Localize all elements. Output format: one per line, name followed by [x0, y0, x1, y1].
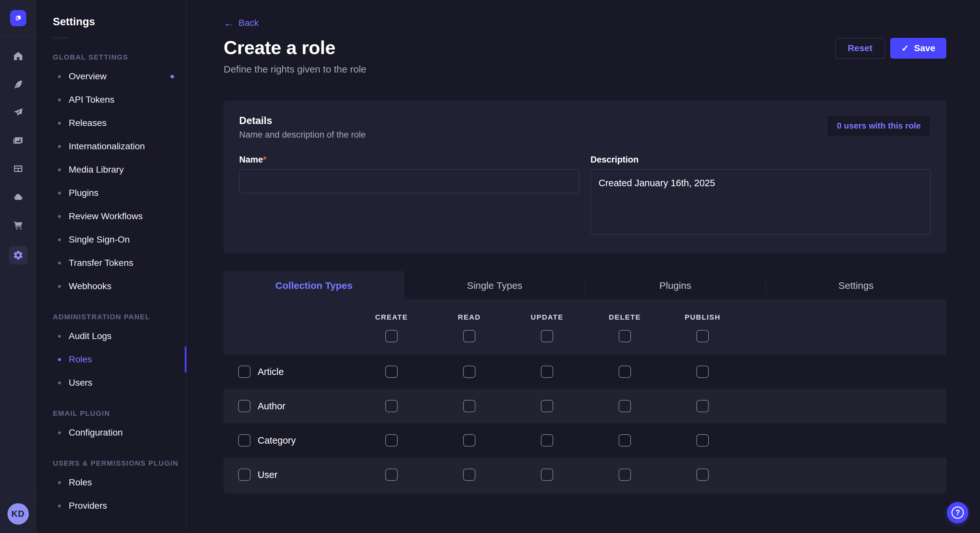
- help-button[interactable]: ?: [947, 502, 968, 523]
- select-all-read-checkbox[interactable]: [463, 330, 476, 342]
- section-label-email-plugin: EMAIL PLUGIN: [53, 409, 186, 418]
- save-button[interactable]: ✓ Save: [890, 38, 946, 59]
- settings-sidebar: Settings GLOBAL SETTINGS Overview API To…: [37, 0, 187, 533]
- bullet-icon: [58, 75, 61, 78]
- question-mark-icon: ?: [951, 506, 964, 519]
- permissions-panel: CREATE READ UPDATE DELETE PUBLISH Art: [224, 300, 946, 494]
- description-label: Description: [590, 155, 639, 165]
- details-subtitle: Name and description of the role: [239, 130, 366, 140]
- name-input[interactable]: [239, 169, 579, 194]
- bullet-icon: [58, 215, 61, 218]
- bullet-icon: [58, 431, 61, 434]
- check-icon: ✓: [901, 43, 909, 54]
- description-textarea[interactable]: Created January 16th, 2025: [590, 169, 931, 235]
- select-all-delete-checkbox[interactable]: [619, 330, 631, 342]
- user-update-checkbox[interactable]: [541, 468, 553, 481]
- column-header-update: UPDATE: [508, 313, 586, 322]
- details-card: Details Name and description of the role…: [224, 101, 946, 253]
- back-link[interactable]: ← Back: [224, 18, 259, 28]
- sidebar-item-configuration[interactable]: Configuration: [37, 421, 186, 444]
- row-select-checkbox[interactable]: [238, 400, 250, 412]
- bullet-icon: [58, 168, 61, 171]
- sidebar-item-roles-up[interactable]: Roles: [37, 471, 186, 494]
- content-type-builder-icon[interactable]: [11, 161, 25, 176]
- row-select-checkbox[interactable]: [238, 434, 250, 447]
- section-label-administration-panel: ADMINISTRATION PANEL: [53, 313, 186, 321]
- rail-icon-list: [9, 36, 27, 496]
- settings-gear-icon[interactable]: [9, 246, 27, 265]
- sidebar-item-review-workflows[interactable]: Review Workflows: [37, 205, 186, 228]
- bullet-icon: [58, 262, 61, 265]
- sidebar-item-webhooks[interactable]: Webhooks: [37, 274, 186, 298]
- strapi-logo-icon[interactable]: [10, 10, 26, 26]
- select-all-publish-checkbox[interactable]: [697, 330, 709, 342]
- permissions-tabbar: Collection Types Single Types Plugins Se…: [224, 271, 946, 300]
- sidebar-item-users[interactable]: Users: [37, 371, 186, 394]
- article-publish-checkbox[interactable]: [697, 366, 709, 378]
- user-read-checkbox[interactable]: [463, 468, 476, 481]
- tab-settings[interactable]: Settings: [766, 271, 947, 300]
- bullet-icon: [58, 192, 61, 195]
- category-delete-checkbox[interactable]: [619, 434, 631, 447]
- main-nav-rail: KD: [0, 0, 36, 533]
- reset-button[interactable]: Reset: [835, 38, 885, 59]
- sidebar-item-releases[interactable]: Releases: [37, 111, 186, 135]
- user-create-checkbox[interactable]: [385, 468, 398, 481]
- author-update-checkbox[interactable]: [541, 400, 553, 412]
- sidebar-item-audit-logs[interactable]: Audit Logs: [37, 324, 186, 348]
- user-publish-checkbox[interactable]: [697, 468, 709, 481]
- required-asterisk: *: [263, 155, 267, 165]
- tab-single-types[interactable]: Single Types: [404, 271, 585, 300]
- sidebar-item-plugins[interactable]: Plugins: [37, 181, 186, 205]
- user-avatar[interactable]: KD: [8, 503, 29, 525]
- media-library-icon[interactable]: [11, 133, 25, 148]
- bullet-icon: [58, 122, 61, 125]
- author-read-checkbox[interactable]: [463, 400, 476, 412]
- sidebar-item-media-library[interactable]: Media Library: [37, 158, 186, 181]
- users-with-role-button[interactable]: 0 users with this role: [827, 115, 931, 136]
- sidebar-item-transfer-tokens[interactable]: Transfer Tokens: [37, 251, 186, 274]
- column-header-read: READ: [430, 313, 508, 322]
- home-icon[interactable]: [11, 49, 25, 63]
- category-read-checkbox[interactable]: [463, 434, 476, 447]
- paper-plane-icon[interactable]: [11, 105, 25, 120]
- permission-row-user: User: [224, 458, 946, 492]
- section-label-users-permissions-plugin: USERS & PERMISSIONS PLUGIN: [53, 459, 186, 468]
- article-read-checkbox[interactable]: [463, 366, 476, 378]
- rail-footer: KD: [0, 496, 36, 533]
- bullet-icon: [58, 381, 61, 384]
- category-publish-checkbox[interactable]: [697, 434, 709, 447]
- category-update-checkbox[interactable]: [541, 434, 553, 447]
- sidebar-item-roles-admin[interactable]: Roles: [37, 348, 186, 371]
- sidebar-item-single-sign-on[interactable]: Single Sign-On: [37, 228, 186, 251]
- title-divider: [53, 38, 68, 38]
- select-all-update-checkbox[interactable]: [541, 330, 553, 342]
- category-create-checkbox[interactable]: [385, 434, 398, 447]
- permission-row-category: Category: [224, 423, 946, 458]
- article-update-checkbox[interactable]: [541, 366, 553, 378]
- permission-row-article: Article: [224, 355, 946, 389]
- feather-icon[interactable]: [11, 77, 25, 92]
- user-delete-checkbox[interactable]: [619, 468, 631, 481]
- sidebar-item-providers[interactable]: Providers: [37, 494, 186, 517]
- row-select-checkbox[interactable]: [238, 468, 250, 481]
- column-header-publish: PUBLISH: [664, 313, 741, 322]
- name-field-group: Name*: [239, 155, 579, 236]
- article-delete-checkbox[interactable]: [619, 366, 631, 378]
- article-create-checkbox[interactable]: [385, 366, 398, 378]
- row-select-checkbox[interactable]: [238, 366, 250, 378]
- bullet-icon: [58, 98, 61, 102]
- permissions-select-all-row: [224, 322, 946, 355]
- sidebar-item-overview[interactable]: Overview: [37, 65, 186, 88]
- cloud-icon[interactable]: [11, 189, 25, 204]
- select-all-create-checkbox[interactable]: [385, 330, 398, 342]
- sidebar-item-internationalization[interactable]: Internationalization: [37, 135, 186, 158]
- tab-collection-types[interactable]: Collection Types: [224, 271, 404, 300]
- tab-plugins[interactable]: Plugins: [585, 271, 766, 300]
- marketplace-cart-icon[interactable]: [11, 217, 25, 233]
- sidebar-item-api-tokens[interactable]: API Tokens: [37, 88, 186, 111]
- bullet-icon: [58, 504, 61, 508]
- author-delete-checkbox[interactable]: [619, 400, 631, 412]
- author-publish-checkbox[interactable]: [697, 400, 709, 412]
- author-create-checkbox[interactable]: [385, 400, 398, 412]
